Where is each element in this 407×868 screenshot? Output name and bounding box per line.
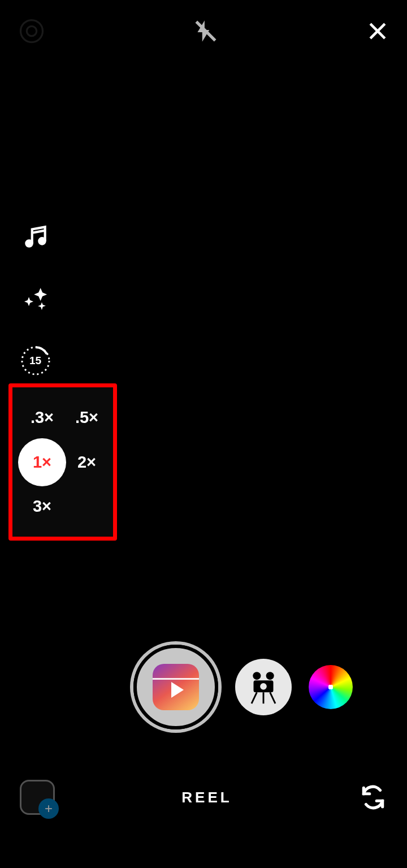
speed-3x[interactable]: 3× (33, 497, 51, 516)
effect-rainbow[interactable] (309, 665, 353, 709)
bottom-bar: + REEL (0, 727, 407, 868)
svg-point-9 (253, 672, 261, 680)
duration-button[interactable]: 15 (20, 345, 51, 376)
speed-2x[interactable]: 2× (77, 453, 96, 472)
effect-row (0, 645, 407, 729)
record-button[interactable] (133, 645, 218, 729)
svg-point-5 (26, 240, 32, 246)
sparkle-icon[interactable] (20, 283, 51, 314)
svg-point-0 (21, 20, 43, 42)
rainbow-icon (309, 665, 353, 709)
svg-line-7 (32, 230, 45, 232)
gallery-button[interactable]: + (20, 780, 55, 815)
speed-0-5x[interactable]: .5× (75, 408, 98, 427)
svg-point-12 (260, 683, 267, 690)
switch-camera-icon[interactable] (359, 783, 387, 811)
close-icon[interactable] (365, 19, 390, 44)
top-bar (0, 0, 407, 62)
svg-point-10 (266, 672, 274, 680)
svg-point-1 (27, 26, 36, 36)
svg-line-14 (270, 692, 275, 703)
side-tools: 15 (20, 221, 51, 376)
flash-off-icon[interactable] (192, 17, 220, 45)
svg-line-13 (252, 692, 257, 703)
plus-icon: + (38, 798, 59, 819)
svg-point-6 (39, 238, 45, 244)
settings-icon[interactable] (17, 16, 46, 46)
music-icon[interactable] (20, 221, 51, 252)
play-icon (171, 682, 184, 698)
effect-camera[interactable] (235, 659, 292, 715)
reels-icon (153, 664, 199, 710)
mode-label[interactable]: REEL (181, 789, 232, 806)
speed-1x[interactable]: 1× (18, 438, 66, 486)
speed-0-3x[interactable]: .3× (31, 408, 54, 427)
speed-selector: .3× .5× 1× 2× 3× (8, 383, 117, 541)
